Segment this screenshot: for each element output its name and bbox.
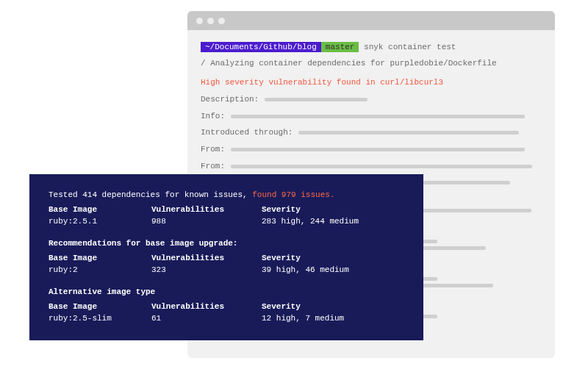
col-header-severity: Severity	[262, 254, 409, 262]
col-header-severity: Severity	[262, 205, 409, 214]
col-header-vulns: Vulnerabilities	[151, 302, 262, 311]
cell-image: ruby:2.5-slim	[49, 314, 151, 323]
prompt-line: ~/Documents/Github/blogmaster snyk conta…	[201, 40, 542, 54]
path-pill: ~/Documents/Github/blog	[201, 42, 321, 52]
field-description: Description:	[201, 93, 542, 107]
tested-prefix: Tested 414 dependencies for known issues…	[49, 190, 252, 199]
branch-pill: master	[321, 42, 359, 52]
field-info: Info:	[201, 110, 542, 123]
field-from: From:	[201, 143, 542, 157]
redacted-bar	[231, 148, 525, 151]
col-header-vulns: Vulnerabilities	[151, 205, 262, 214]
alternative-table: Base Image Vulnerabilities Severity ruby…	[49, 302, 404, 323]
col-header-image: Base Image	[49, 254, 151, 262]
results-panel: Tested 414 dependencies for known issues…	[29, 174, 423, 340]
field-label: Description:	[201, 93, 259, 107]
field-introduced: Introduced through:	[201, 126, 542, 140]
redacted-bar	[298, 131, 519, 135]
cell-severity: 283 high, 244 medium	[262, 217, 409, 226]
cell-severity: 12 high, 7 medium	[262, 314, 409, 323]
field-label: Introduced through:	[201, 126, 293, 140]
analyzing-line: / Analyzing container dependencies for p…	[201, 57, 542, 71]
severity-alert: High severity vulnerability found in cur…	[201, 76, 542, 90]
cell-image: ruby:2.5.1	[49, 217, 151, 226]
traffic-light-zoom-icon[interactable]	[218, 18, 225, 24]
recommendations-title: Recommendations for base image upgrade:	[49, 239, 404, 248]
tested-summary: Tested 414 dependencies for known issues…	[49, 190, 404, 199]
cell-vulns: 988	[151, 217, 262, 226]
redacted-bar	[231, 115, 525, 118]
traffic-light-close-icon[interactable]	[196, 18, 203, 24]
issues-count: found 979 issues.	[252, 190, 334, 199]
col-header-image: Base Image	[49, 302, 151, 311]
recommendation-table: Base Image Vulnerabilities Severity ruby…	[49, 254, 404, 274]
field-from: From:	[201, 160, 542, 173]
current-image-table: Base Image Vulnerabilities Severity ruby…	[49, 205, 404, 226]
traffic-light-minimize-icon[interactable]	[207, 18, 214, 24]
cell-vulns: 61	[151, 314, 262, 323]
col-header-severity: Severity	[262, 302, 409, 311]
redacted-bar	[265, 98, 368, 101]
cell-image: ruby:2	[49, 265, 151, 274]
field-label: From:	[201, 143, 225, 157]
field-label: From:	[201, 160, 225, 173]
cell-vulns: 323	[151, 265, 262, 274]
command-text: snyk container test	[364, 43, 456, 51]
alternative-title: Alternative image type	[49, 287, 404, 296]
redacted-bar	[231, 165, 532, 168]
col-header-vulns: Vulnerabilities	[151, 254, 262, 262]
field-label: Info:	[201, 110, 225, 123]
cell-severity: 39 high, 46 medium	[262, 265, 409, 274]
window-titlebar	[187, 11, 555, 30]
col-header-image: Base Image	[49, 205, 151, 214]
